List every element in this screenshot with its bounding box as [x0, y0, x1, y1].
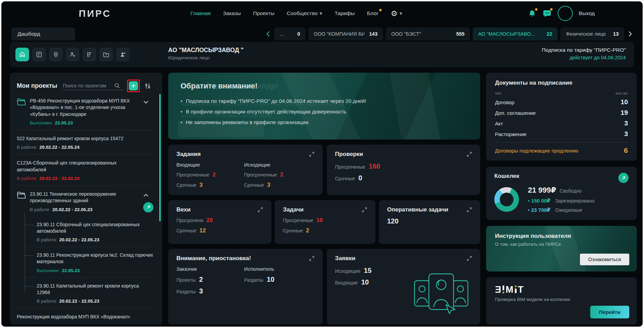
card-bimit: E M T Проверка BIM модели на коллизии Пе…: [486, 277, 637, 325]
menu-item-orders[interactable]: Заказы: [223, 10, 241, 16]
organization-type: Юридическое лицо: [168, 55, 244, 60]
project-title: Реконструкция водозабора МУП ВКХ «Водока…: [17, 314, 152, 320]
avatar[interactable]: [558, 6, 573, 21]
pen-icon-button[interactable]: [49, 48, 63, 61]
card-title: Вехи: [176, 206, 190, 213]
project-item[interactable]: С123А-Сборочный цех специализированных а…: [17, 154, 153, 185]
project-item[interactable]: 522 Капитальный ремонт кровли корпуса 15…: [17, 130, 153, 154]
pen-icon: [52, 51, 59, 58]
organization-header: АО "МАСЛОСЫРЗАВОД " Юридическое лицо Под…: [10, 42, 634, 67]
expand-icon[interactable]: [467, 151, 472, 157]
highlight-box: [127, 80, 140, 92]
project-status: Выполнен:22.05.23: [30, 120, 143, 125]
scroll-right-icon[interactable]: [627, 27, 634, 40]
column-header-count: кол-во: [616, 91, 628, 95]
user-gear-icon: [69, 51, 76, 58]
expand-icon[interactable]: [309, 151, 314, 157]
card-title: Внимание, приостановка!: [176, 255, 251, 262]
card-title: Документы на подписание: [495, 80, 628, 86]
stat-row: Срочные12: [176, 227, 263, 234]
subproject-item[interactable]: 23.90.11 Сборочный цех специализированны…: [22, 217, 153, 247]
settings-menu[interactable]: ⚙ ▼: [391, 9, 402, 18]
scroll-left-icon[interactable]: [264, 27, 271, 40]
add-project-button[interactable]: [129, 81, 138, 90]
user-settings-icon-button[interactable]: [66, 48, 79, 61]
bimit-logo: E M T: [495, 284, 628, 294]
project-item-expanded[interactable]: 23.90.11 Техническое перевооружение прои…: [17, 185, 153, 217]
folder-icon: [17, 98, 26, 106]
instruction-button[interactable]: Ознакомиться: [580, 254, 629, 265]
expand-icon[interactable]: [362, 207, 367, 212]
banner-bullet: •Не заполнены реквизиты в профиле органи…: [181, 119, 468, 125]
letter-i-glyph: [515, 286, 517, 294]
card-title: Задачи: [283, 206, 304, 213]
hierarchy-icon: [86, 51, 93, 58]
kanban-icon-button[interactable]: [32, 48, 46, 61]
projects-panel: Мои проекты: [10, 73, 162, 325]
project-item[interactable]: Реконструкция водозабора МУП ВКХ «Водока…: [17, 308, 153, 325]
stat-row: Срочные2: [283, 227, 367, 234]
bimit-go-button[interactable]: Перейти: [590, 306, 629, 318]
menu-item-blog[interactable]: Блог: [367, 10, 379, 16]
banner-bullet: •В профиле организации отсутствует дейст…: [181, 109, 468, 115]
logout-button[interactable]: Выход: [579, 10, 595, 16]
renewal-row[interactable]: Договоры подлежащие продлению6: [495, 146, 628, 155]
subproject-item[interactable]: 23.90.11 Капитальный ремонт кровли корпу…: [22, 278, 153, 308]
open-wallet-button[interactable]: [618, 173, 629, 183]
chevron-up-icon[interactable]: [143, 194, 149, 197]
organization-tabs: ...0 ООО "КОМПАНИЯ БИ...143 ООО "БЭСТ"55…: [264, 27, 634, 40]
expand-icon[interactable]: [467, 207, 472, 212]
project-search: [63, 82, 124, 90]
bell-icon: [528, 9, 536, 18]
home-icon-button[interactable]: [15, 48, 29, 61]
expand-icon[interactable]: [258, 207, 263, 212]
project-item[interactable]: РВ-456 Реконструкция водозабора МУП ВКХ …: [17, 93, 153, 130]
expand-icon[interactable]: [467, 256, 472, 261]
card-operational-tasks: Оперативные задачи 120: [379, 200, 480, 244]
org-tab[interactable]: ООО "БЭСТ"555: [386, 27, 470, 40]
open-project-button[interactable]: [143, 202, 153, 212]
projects-panel-title: Мои проекты: [17, 82, 57, 89]
wallet-free: 21 999₽Свободно: [528, 186, 595, 195]
notification-dot: [535, 8, 537, 11]
org-tab[interactable]: Физическое лицо13: [560, 27, 624, 40]
card-instruction: Инструкция пользователя О том, как работ…: [486, 226, 637, 271]
chevron-down-icon: ▼: [400, 12, 402, 15]
hierarchy-icon-button[interactable]: [83, 48, 96, 61]
menu-item-home[interactable]: Главная: [190, 10, 211, 16]
column-header-type: тип: [495, 91, 501, 95]
messages-button[interactable]: [543, 9, 552, 17]
menu-item-community[interactable]: Сообщество▼: [287, 10, 322, 16]
notifications-button[interactable]: [528, 9, 536, 18]
stat-row: Просрочено20: [176, 217, 263, 223]
project-status: В работе:20.02.22 - 22.05.23: [30, 207, 143, 212]
stat-row: Проекты2: [176, 276, 244, 283]
operational-count: 120: [387, 217, 472, 225]
menu-item-projects[interactable]: Проекты: [253, 10, 274, 16]
org-tab[interactable]: ...0: [274, 27, 306, 40]
folder-share-icon-button[interactable]: [99, 48, 113, 61]
card-title: Задания: [176, 151, 201, 158]
user-heart-icon-button[interactable]: [116, 48, 130, 61]
project-status: В работе:20.02.22 - 22.05.24: [17, 145, 143, 150]
main-menu: Главная Заказы Проекты Сообщество▼ Тариф…: [190, 1, 402, 25]
pirs-logo[interactable]: ПИРС: [79, 8, 111, 19]
search-icon: [114, 83, 120, 89]
card-checks: Проверки Просроченые160 Срочные0: [327, 145, 480, 195]
exclamation-glyph: [503, 286, 504, 294]
project-search-input[interactable]: [63, 82, 114, 90]
stat-row: Просроченые10: [283, 217, 367, 223]
chevron-down-icon[interactable]: [143, 100, 149, 104]
menu-item-tariffs[interactable]: Тарифы: [335, 10, 355, 16]
subproject-item[interactable]: 23.90.11 Реконструкция корпуса №2. Склад…: [22, 247, 153, 278]
org-tab[interactable]: ООО "КОМПАНИЯ БИ...143: [308, 27, 383, 40]
expand-icon[interactable]: [309, 256, 314, 261]
stat-row: Просроченные2: [176, 171, 244, 178]
card-wallet: Кошелек 21 999₽Свободно • 150 00₽Зарезер…: [486, 167, 637, 220]
tab-dashboard[interactable]: Дашборд: [11, 27, 75, 40]
org-tab-active[interactable]: АО "МАСЛОСЫРЗАВО...22: [473, 27, 558, 40]
card-suspension: Внимание, приостановка! Заказчик Проекты…: [168, 249, 323, 325]
filter-button[interactable]: [144, 82, 151, 90]
project-title: 23.90.11 Капитальный ремонт кровли корпу…: [37, 283, 153, 296]
stat-row: Разделы10: [244, 276, 311, 283]
